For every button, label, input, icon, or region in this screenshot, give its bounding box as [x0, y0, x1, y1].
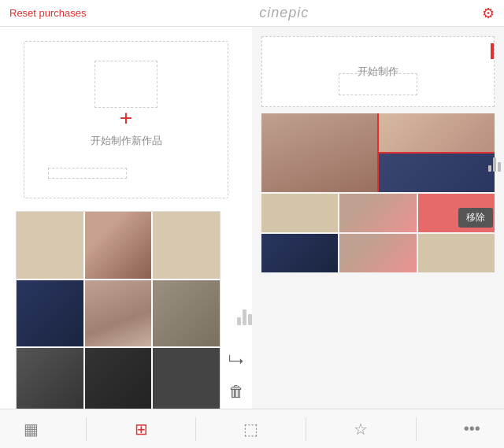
start-make-dashed — [339, 73, 417, 95]
right-bar-chart — [488, 153, 501, 172]
grid-cell-4 — [17, 280, 83, 347]
red-collage[interactable] — [261, 113, 495, 192]
toolbar-divider-2 — [195, 417, 196, 441]
remove-popup[interactable]: 移除 — [458, 208, 493, 228]
new-project-content: + 开始制作新作品 — [91, 107, 162, 148]
new-project-bottom-dashed — [48, 168, 127, 179]
more-icon: ••• — [464, 420, 480, 438]
app-header: Reset purchases cinepic ⚙ — [0, 0, 504, 27]
new-project-card[interactable]: + 开始制作新作品 — [24, 41, 228, 198]
right-panel: 开始制作 移除 — [252, 27, 504, 448]
share-icon[interactable]: ⮡ — [228, 354, 244, 372]
toolbar-filter[interactable]: ▦ — [24, 420, 39, 439]
new-project-label: 开始制作新作品 — [91, 134, 162, 148]
rcell-girl-face — [379, 113, 495, 152]
action-icons: ⮡ 🗑 — [228, 354, 244, 401]
grid-cell-6 — [153, 280, 220, 347]
gear-icon[interactable]: ⚙ — [482, 5, 495, 22]
toolbar-layout[interactable]: ⊞ — [135, 420, 148, 439]
toolbar-crop[interactable]: ⬚ — [243, 420, 258, 439]
red-accent-bar — [491, 43, 494, 59]
layout-icon: ⊞ — [135, 420, 148, 439]
delete-icon[interactable]: 🗑 — [228, 383, 244, 401]
bar-chart-icon — [237, 302, 252, 325]
photo-grid-container — [16, 211, 236, 416]
red-collage-grid — [261, 113, 495, 192]
app-title: cinepic — [259, 5, 309, 21]
bcell-2 — [339, 194, 416, 232]
toolbar-divider-3 — [306, 417, 306, 441]
grid-cell-1 — [17, 212, 83, 279]
plus-icon: + — [120, 107, 132, 129]
remove-label: 移除 — [466, 212, 485, 223]
beige-collage[interactable] — [261, 194, 495, 272]
grid-cell-3 — [153, 212, 220, 279]
rcell-face-main — [261, 113, 377, 192]
toolbar-divider-1 — [86, 417, 87, 441]
rbar-2 — [493, 157, 496, 172]
grid-cell-8 — [85, 348, 152, 415]
bcell-4 — [261, 234, 338, 272]
bcell-1 — [261, 194, 338, 232]
grid-cell-9 — [153, 348, 220, 415]
rbar-3 — [498, 162, 501, 172]
reset-purchases-button[interactable]: Reset purchases — [9, 7, 87, 19]
start-make-area[interactable]: 开始制作 — [261, 36, 495, 107]
rbar-1 — [488, 165, 491, 172]
grid-cell-7 — [17, 348, 83, 415]
left-panel: + 开始制作新作品 — [0, 27, 252, 448]
grid-cell-2 — [85, 212, 152, 279]
toolbar-divider-4 — [416, 417, 417, 441]
star-icon: ☆ — [354, 420, 368, 439]
rcell-dark — [379, 154, 495, 192]
new-project-inner-dashed — [94, 61, 158, 108]
bcell-6 — [418, 234, 495, 272]
crop-icon: ⬚ — [243, 420, 258, 439]
bar-1 — [237, 317, 241, 325]
photo-grid[interactable] — [16, 211, 220, 416]
toolbar-star[interactable]: ☆ — [354, 420, 368, 439]
filter-icon: ▦ — [24, 420, 39, 439]
bcell-5 — [339, 234, 416, 272]
toolbar-more[interactable]: ••• — [464, 420, 480, 438]
bar-2 — [243, 309, 246, 325]
main-area: + 开始制作新作品 — [0, 27, 504, 448]
bottom-toolbar: ▦ ⊞ ⬚ ☆ ••• — [0, 409, 504, 448]
grid-cell-5 — [85, 280, 152, 347]
